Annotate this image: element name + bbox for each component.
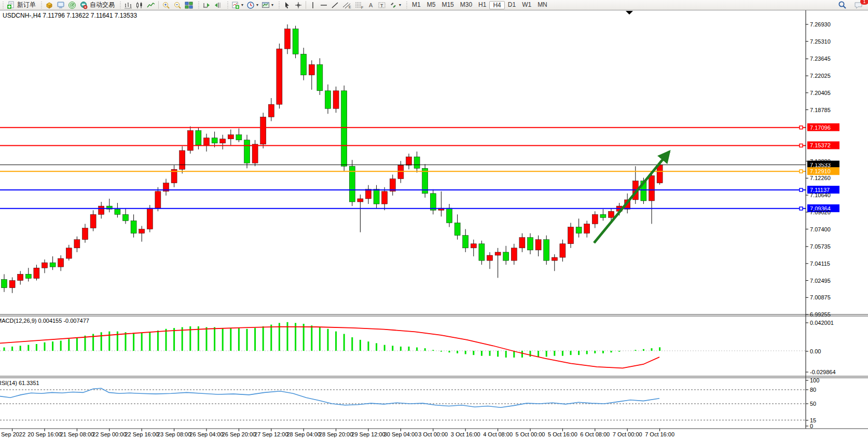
data-window-icon	[57, 1, 65, 9]
equidistant-channel-icon: E	[342, 1, 352, 9]
time-tick-label: 30 Sep 04:00	[384, 431, 418, 437]
autotrade-button[interactable]: 自动交易	[78, 1, 116, 9]
candle-bearish	[236, 135, 242, 140]
candle-bullish	[66, 248, 72, 258]
line-chart-button[interactable]	[145, 1, 157, 9]
order-group: 新订单	[0, 0, 38, 10]
hline-handle[interactable]	[800, 170, 803, 173]
candle-bullish	[277, 49, 282, 104]
candle-bullish	[568, 227, 574, 243]
price-badge-label: 7.17096	[810, 125, 831, 131]
chart-area: USDCNH-,H4 7.11796 7.13622 7.11641 7.135…	[0, 0, 868, 439]
candle-bullish	[471, 244, 476, 248]
main-toolbar: 新订单	[0, 0, 868, 10]
timeframe-button-M15[interactable]: M15	[438, 1, 457, 9]
candle-bullish	[535, 240, 541, 250]
timeframe-button-MN[interactable]: MN	[534, 1, 550, 9]
candlestick-chart-icon	[135, 1, 144, 9]
candle-bullish	[260, 117, 266, 144]
periods-button[interactable]: ▾	[245, 1, 260, 9]
time-tick-label: 29 Sep 12:00	[351, 431, 385, 437]
trendline-tool[interactable]	[329, 1, 341, 9]
price-tick-label: 7.05735	[810, 243, 831, 250]
svg-text:E: E	[349, 5, 351, 9]
text-label-tool[interactable]: T	[376, 1, 388, 9]
timeframe-button-W1[interactable]: W1	[519, 1, 534, 9]
toolbar-grip	[119, 2, 121, 8]
svg-text:A: A	[369, 2, 373, 8]
hline-handle[interactable]	[800, 207, 803, 210]
timeframe-button-H1[interactable]: H1	[475, 1, 489, 9]
hline-handle[interactable]	[800, 126, 803, 129]
candle-bullish	[285, 29, 291, 49]
price-tick-label: 7.00875	[810, 294, 831, 300]
candle-bearish	[430, 194, 436, 210]
candle-bullish	[382, 191, 388, 204]
timeframe-button-D1[interactable]: D1	[505, 1, 519, 9]
rsi-scale-label: 50	[810, 401, 816, 407]
scroll-group	[196, 0, 225, 10]
hline-handle[interactable]	[800, 144, 803, 147]
cursor-button[interactable]	[281, 1, 293, 9]
timeframe-button-M30[interactable]: M30	[457, 1, 475, 9]
price-badge-label: 7.12910	[810, 168, 831, 174]
timeframe-button-H4[interactable]: H4	[489, 1, 504, 9]
chart-shift-button[interactable]	[212, 1, 224, 9]
candle-bullish	[406, 157, 412, 165]
insert-group: ▾ ▾ ▾	[225, 0, 276, 10]
timeframe-button-M1[interactable]: M1	[409, 1, 424, 9]
candle-bearish	[414, 157, 420, 168]
candle-bullish	[495, 252, 501, 255]
candle-bullish	[366, 189, 371, 199]
svg-text:T: T	[380, 3, 383, 8]
candle-bearish	[293, 29, 298, 54]
zoom-out-icon	[173, 1, 182, 9]
price-tick-label: 7.23645	[810, 56, 831, 62]
toolbar-grip	[227, 2, 229, 8]
candle-bearish	[301, 54, 307, 75]
candlestick-chart-button[interactable]	[134, 1, 145, 9]
horizontal-line-tool[interactable]	[318, 1, 329, 9]
trading-app-window: 新订单	[0, 0, 868, 439]
notifications-button[interactable]: 1	[852, 1, 865, 9]
crosshair-button[interactable]	[293, 1, 304, 9]
time-tick-label: 20 Sep 16:00	[27, 431, 61, 437]
macd-scale-label: 0.00	[810, 348, 821, 354]
time-tick-label: 5 Oct 16:00	[548, 431, 577, 437]
new-order-button[interactable]: 新订单	[5, 1, 37, 9]
candle-bearish	[463, 236, 469, 248]
search-button[interactable]	[836, 1, 848, 9]
toolbar-grip	[2, 2, 4, 8]
fibonacci-tool[interactable]: F	[353, 1, 366, 9]
data-window-button[interactable]	[55, 1, 66, 9]
timeframe-button-M5[interactable]: M5	[424, 1, 439, 9]
hline-handle[interactable]	[800, 188, 803, 191]
bar-chart-button[interactable]	[122, 1, 134, 9]
dropdown-caret: ▾	[241, 3, 243, 7]
arrows-tool[interactable]: ▾	[388, 1, 403, 9]
arrow-objects-icon	[389, 1, 397, 9]
candle-bearish	[317, 64, 323, 91]
candle-bullish	[34, 268, 39, 278]
channel-tool[interactable]: E	[341, 1, 353, 9]
time-tick-label: 23 Sep 08:00	[157, 431, 191, 437]
market-watch-button[interactable]	[44, 1, 55, 9]
indicators-button[interactable]: ▾	[230, 1, 245, 9]
trendline-icon	[331, 1, 339, 9]
text-tool[interactable]: A	[366, 1, 376, 9]
navigator-button[interactable]	[66, 1, 78, 9]
vertical-line-tool[interactable]	[308, 1, 318, 9]
candle-bullish	[511, 248, 517, 260]
cursor-arrow-icon	[283, 1, 291, 9]
auto-scroll-button[interactable]	[201, 1, 212, 9]
zoom-out-button[interactable]	[172, 1, 183, 9]
text-a-icon: A	[367, 1, 375, 9]
rsi-label: RSI(14) 61.3351	[0, 380, 39, 386]
templates-button[interactable]: ▾	[260, 1, 275, 9]
chart-type-group	[117, 0, 196, 10]
time-tick-label: 26 Sep 20:00	[222, 431, 256, 437]
candle-bullish	[82, 228, 88, 239]
tile-windows-button[interactable]	[183, 1, 195, 9]
toolbar-grip	[278, 2, 280, 8]
zoom-in-button[interactable]	[160, 1, 172, 9]
